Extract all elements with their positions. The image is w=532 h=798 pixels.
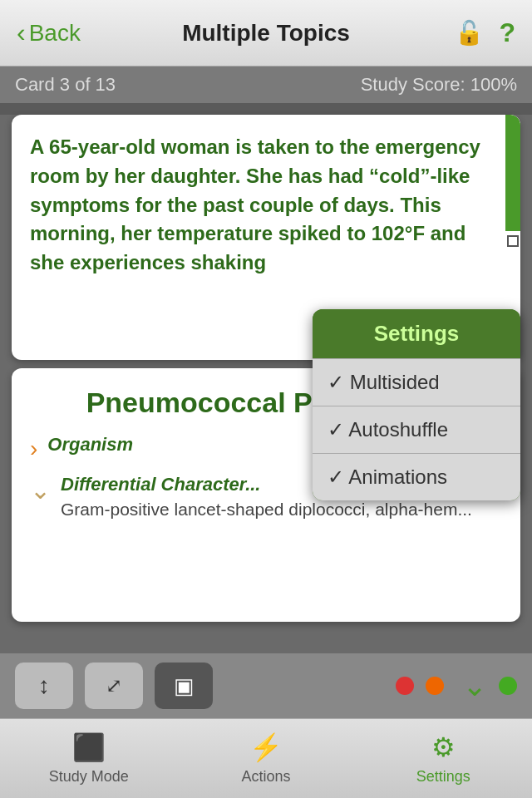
help-icon[interactable]: ? <box>499 17 515 48</box>
settings-animations[interactable]: ✓ Animations <box>313 453 520 500</box>
expand-icon: ⤢ <box>106 674 122 697</box>
differential-chevron-icon: ⌄ <box>30 475 51 505</box>
cards-area: A 65-year-old woman is taken to the emer… <box>0 115 532 655</box>
lock-icon[interactable]: 🔓 <box>455 19 484 47</box>
rating-orange-dot[interactable] <box>426 677 444 695</box>
rating-red-dot[interactable] <box>396 677 414 695</box>
nav-bar: ‹ Back Multiple Topics 🔓 ? <box>0 0 532 66</box>
differential-content: Gram-positive lancet-shaped diplococci, … <box>61 497 472 521</box>
study-mode-icon: ⬛ <box>72 732 106 763</box>
settings-popup: Settings ✓ Multisided ✓ Autoshuffle ✓ An… <box>313 309 520 500</box>
down-chevron-icon: ⌄ <box>462 668 487 703</box>
nav-title: Multiple Topics <box>182 20 350 47</box>
expand-button[interactable]: ⤢ <box>85 663 143 709</box>
organism-chevron-icon: › <box>30 436 37 462</box>
rating-area: ⌄ <box>396 668 532 703</box>
back-chevron-icon: ‹ <box>17 17 26 48</box>
question-text: A 65-year-old woman is taken to the emer… <box>30 133 502 278</box>
settings-icon: ⚙ <box>431 732 456 763</box>
tab-bar: ⬛ Study Mode ⚡ Actions ⚙ Settings <box>0 718 532 798</box>
tab-study-mode-label: Study Mode <box>49 768 129 786</box>
settings-autoshuffle[interactable]: ✓ Autoshuffle <box>313 406 520 453</box>
card-counter: Card 3 of 13 <box>15 74 116 96</box>
sub-bar: Card 3 of 13 Study Score: 100% <box>0 66 532 103</box>
tab-settings[interactable]: ⚙ Settings <box>355 719 532 798</box>
nav-right: 🔓 ? <box>455 17 515 48</box>
tab-settings-label: Settings <box>416 768 470 786</box>
organism-label: Organism <box>47 434 133 456</box>
back-label: Back <box>29 20 81 47</box>
tab-actions[interactable]: ⚡ Actions <box>177 719 354 798</box>
back-button[interactable]: ‹ Back <box>17 17 81 48</box>
actions-icon: ⚡ <box>249 732 283 763</box>
scroll-bar <box>505 115 520 231</box>
sort-icon: ↕ <box>38 672 50 699</box>
sort-button[interactable]: ↕ <box>15 663 73 709</box>
tab-actions-label: Actions <box>241 768 290 786</box>
bottom-toolbar: ↕ ⤢ ▣ ⌄ <box>0 653 532 718</box>
scroll-indicator <box>507 235 519 247</box>
toolbar-buttons: ↕ ⤢ ▣ <box>0 663 213 709</box>
settings-popup-header: Settings <box>313 309 520 358</box>
rating-green-dot[interactable] <box>499 677 517 695</box>
settings-multisided[interactable]: ✓ Multisided <box>313 358 520 406</box>
card-icon: ▣ <box>174 673 195 699</box>
card-view-button[interactable]: ▣ <box>155 663 213 709</box>
tab-study-mode[interactable]: ⬛ Study Mode <box>0 719 177 798</box>
study-score: Study Score: 100% <box>361 74 517 96</box>
